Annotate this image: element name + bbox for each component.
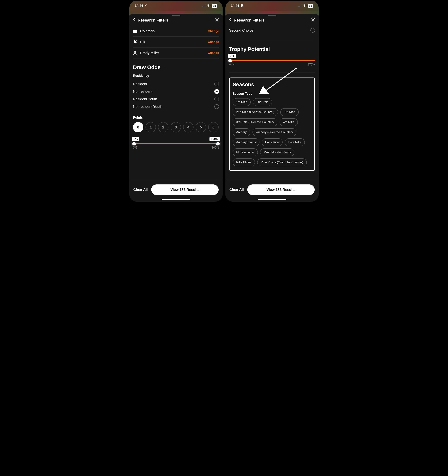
residency-option[interactable]: Nonresident xyxy=(133,88,219,95)
signal-icon xyxy=(298,5,301,7)
season-type-chip[interactable]: Archery Plains xyxy=(232,138,260,146)
points-chip[interactable]: 1 xyxy=(145,122,156,132)
battery-indicator: 88 xyxy=(308,4,313,8)
close-button[interactable] xyxy=(311,18,315,23)
residency-option-label: Nonresident xyxy=(133,90,152,94)
draw-odds-title: Draw Odds xyxy=(133,64,219,70)
back-button[interactable] xyxy=(229,18,232,23)
second-choice-label: Second Choice xyxy=(229,28,253,33)
sheet-grabber[interactable] xyxy=(172,15,180,16)
second-choice-radio[interactable] xyxy=(310,28,315,33)
points-label: Points xyxy=(133,116,219,119)
range-min-badge: 0% xyxy=(132,137,139,141)
season-type-chip[interactable]: Late Rifle xyxy=(285,138,305,146)
state-filter-row[interactable]: Colorado Change xyxy=(133,26,219,37)
residency-option-label: Nonresident Youth xyxy=(133,105,162,109)
footer-bar: Clear All View 183 Results xyxy=(129,180,223,199)
sheet-title: Research Filters xyxy=(234,18,311,23)
phone-left: 14:44 88 Research Filters xyxy=(129,1,223,202)
species-label: Elk xyxy=(140,40,208,44)
sheet-grabber[interactable] xyxy=(268,15,276,16)
footer-bar: Clear All View 183 Results xyxy=(225,180,319,199)
home-indicator[interactable] xyxy=(162,199,190,200)
points-chip[interactable]: 3 xyxy=(171,122,181,132)
season-type-chip[interactable]: Early Rifle xyxy=(262,138,282,146)
residency-label: Residency xyxy=(133,74,219,78)
range-thumb-min[interactable] xyxy=(132,142,136,146)
battery-indicator: 88 xyxy=(212,4,217,8)
user-change-link[interactable]: Change xyxy=(208,51,219,55)
state-change-link[interactable]: Change xyxy=(208,29,219,33)
season-type-chip[interactable]: 2nd Rifle xyxy=(253,98,272,106)
residency-radio[interactable] xyxy=(214,104,219,109)
clear-all-button[interactable]: Clear All xyxy=(229,188,244,192)
residency-option[interactable]: Resident Youth xyxy=(133,95,219,103)
residency-option[interactable]: Nonresident Youth xyxy=(133,103,219,110)
residency-radio[interactable] xyxy=(214,82,219,86)
season-type-chip[interactable]: Muzzleloader Plains xyxy=(260,148,294,156)
season-type-chip[interactable]: 2nd Rifle (Over the Counter) xyxy=(232,108,278,116)
phone-right: 14:44 88 Research Filters xyxy=(225,1,319,202)
view-results-button[interactable]: View 183 Results xyxy=(151,184,219,195)
season-type-chip[interactable]: 3rd Rifle xyxy=(280,108,299,116)
user-filter-row[interactable]: Brady Miller Change xyxy=(133,48,219,58)
points-chip[interactable]: 5 xyxy=(196,122,206,132)
range-max-label: 100% xyxy=(212,146,219,149)
season-type-chip[interactable]: Muzzleloader xyxy=(232,148,258,156)
wifi-icon xyxy=(207,4,210,7)
season-type-chip[interactable]: Archery xyxy=(232,128,250,136)
points-chip[interactable]: 2 xyxy=(158,122,168,132)
sheet-header: Research Filters xyxy=(129,17,223,26)
season-type-chip[interactable]: 3rd Rifle (Over the Counter) xyxy=(232,118,277,126)
season-type-chip[interactable]: Archery (Over the Counter) xyxy=(253,128,296,136)
status-bar: 14:44 88 xyxy=(129,1,223,11)
trophy-badge: 0"+ xyxy=(228,54,236,58)
state-label: Colorado xyxy=(140,29,208,33)
points-chip[interactable]: 0 xyxy=(133,122,143,132)
user-label: Brady Miller xyxy=(140,51,208,55)
state-icon xyxy=(133,30,140,33)
trophy-max-label: 370"+ xyxy=(308,63,315,66)
filter-sheet: Research Filters Colorado Change Elk Cha… xyxy=(129,14,223,202)
wifi-icon xyxy=(303,4,306,7)
location-icon xyxy=(144,4,147,8)
season-type-chip[interactable]: 1st Rifle xyxy=(232,98,251,106)
odds-range-slider[interactable] xyxy=(133,143,219,144)
residency-option-label: Resident Youth xyxy=(133,97,157,101)
status-bar: 14:44 88 xyxy=(225,1,319,11)
points-chip[interactable]: 4 xyxy=(183,122,194,132)
residency-radio[interactable] xyxy=(214,97,219,101)
season-type-chip[interactable]: Rifle Plains xyxy=(232,159,255,166)
arrow-annotation-icon xyxy=(259,67,298,94)
clear-all-button[interactable]: Clear All xyxy=(133,188,148,192)
range-thumb-max[interactable] xyxy=(216,142,220,146)
close-button[interactable] xyxy=(215,18,219,23)
trophy-min-label: Any xyxy=(229,63,234,66)
seasons-highlight-box: Seasons Season Type 1st Rifle2nd Rifle2n… xyxy=(229,78,315,171)
season-type-chip[interactable]: Rifle Plains (Over The Counter) xyxy=(257,159,307,166)
status-time: 14:44 xyxy=(231,4,239,8)
trophy-potential-title: Trophy Potential xyxy=(229,46,315,52)
species-change-link[interactable]: Change xyxy=(208,40,219,44)
residency-option-label: Resident xyxy=(133,82,147,86)
back-button[interactable] xyxy=(133,18,135,23)
species-filter-row[interactable]: Elk Change xyxy=(133,37,219,48)
trophy-slider[interactable] xyxy=(229,60,315,61)
signal-icon xyxy=(202,5,205,7)
home-indicator[interactable] xyxy=(258,199,286,200)
view-results-button[interactable]: View 183 Results xyxy=(247,184,315,195)
season-type-chip[interactable]: 4th Rifle xyxy=(280,118,298,126)
person-icon xyxy=(133,51,140,55)
sheet-header: Research Filters xyxy=(225,17,319,26)
trophy-thumb[interactable] xyxy=(228,59,232,62)
range-max-badge: 100% xyxy=(210,137,220,141)
residency-radio[interactable] xyxy=(214,89,219,94)
season-type-label: Season Type xyxy=(232,92,311,96)
points-chip[interactable]: 6 xyxy=(208,122,219,132)
sheet-title: Research Filters xyxy=(138,18,215,23)
svg-point-0 xyxy=(134,51,136,53)
seasons-title: Seasons xyxy=(232,81,311,88)
second-choice-row[interactable]: Second Choice xyxy=(229,26,315,34)
residency-option[interactable]: Resident xyxy=(133,80,219,88)
status-time: 14:44 xyxy=(135,4,143,8)
